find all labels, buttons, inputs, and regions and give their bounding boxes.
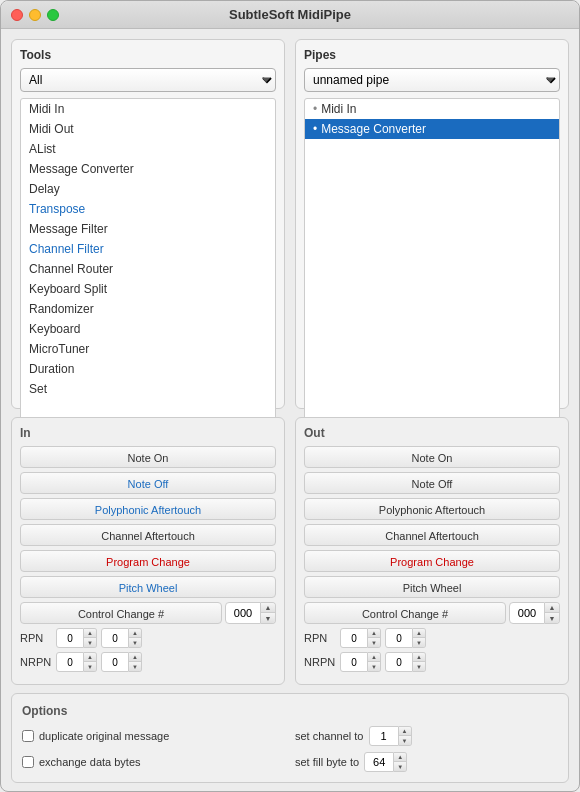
list-item[interactable]: Set — [21, 379, 275, 399]
out-note-off-button[interactable]: Note Off — [304, 472, 560, 494]
close-button[interactable] — [11, 9, 23, 21]
list-item[interactable]: • Message Converter — [305, 119, 559, 139]
out-nrpn-stepper1-up[interactable]: ▲ — [368, 653, 380, 662]
out-nrpn-stepper2: ▲ ▼ — [413, 652, 426, 672]
out-pitch-wheel-button[interactable]: Pitch Wheel — [304, 576, 560, 598]
in-nrpn-stepper1-up[interactable]: ▲ — [84, 653, 96, 662]
in-nrpn-label: NRPN — [20, 656, 52, 668]
in-nrpn-stepper2-down[interactable]: ▼ — [129, 662, 141, 671]
out-panel: Out Note On Note Off Polyphonic Aftertou… — [295, 417, 569, 685]
out-label: Out — [304, 426, 560, 440]
in-rpn-field1: ▲ ▼ — [56, 628, 97, 648]
in-rpn-stepper1-up[interactable]: ▲ — [84, 629, 96, 638]
in-rpn-input2[interactable] — [101, 628, 129, 648]
duplicate-option-row: duplicate original message — [22, 726, 285, 746]
out-channel-aftertouch-button[interactable]: Channel Aftertouch — [304, 524, 560, 546]
in-control-change-button[interactable]: Control Change # — [20, 602, 222, 624]
tools-dropdown[interactable]: All — [20, 68, 276, 92]
list-item[interactable]: Transpose — [21, 199, 275, 219]
in-nrpn-stepper2: ▲ ▼ — [129, 652, 142, 672]
in-note-off-button[interactable]: Note Off — [20, 472, 276, 494]
channel-number-field: ▲ ▼ — [369, 726, 412, 746]
in-channel-aftertouch-button[interactable]: Channel Aftertouch — [20, 524, 276, 546]
out-rpn-field1: ▲ ▼ — [340, 628, 381, 648]
out-nrpn-input2[interactable] — [385, 652, 413, 672]
fill-stepper-up[interactable]: ▲ — [394, 753, 406, 762]
out-cc-stepper: ▲ ▼ — [545, 602, 560, 624]
out-cc-input[interactable] — [509, 602, 545, 624]
out-nrpn-stepper2-down[interactable]: ▼ — [413, 662, 425, 671]
maximize-button[interactable] — [47, 9, 59, 21]
out-rpn-input2[interactable] — [385, 628, 413, 648]
in-rpn-stepper2-down[interactable]: ▼ — [129, 638, 141, 647]
out-note-on-button[interactable]: Note On — [304, 446, 560, 468]
duplicate-checkbox[interactable] — [22, 730, 34, 742]
out-nrpn-input1[interactable] — [340, 652, 368, 672]
list-item[interactable]: Channel Router — [21, 259, 275, 279]
out-control-change-button[interactable]: Control Change # — [304, 602, 506, 624]
list-item[interactable]: Duration — [21, 359, 275, 379]
in-note-on-button[interactable]: Note On — [20, 446, 276, 468]
list-item[interactable]: Midi Out — [21, 119, 275, 139]
in-pitch-wheel-button[interactable]: Pitch Wheel — [20, 576, 276, 598]
list-item[interactable]: Channel Filter — [21, 239, 275, 259]
channel-stepper-up[interactable]: ▲ — [399, 727, 411, 736]
pipes-dropdown[interactable]: unnamed pipe — [304, 68, 560, 92]
list-item[interactable]: Midi In — [21, 99, 275, 119]
exchange-checkbox[interactable] — [22, 756, 34, 768]
tools-list[interactable]: Midi In Midi Out AList Message Converter… — [20, 98, 276, 450]
out-rpn-stepper1-up[interactable]: ▲ — [368, 629, 380, 638]
pipes-list[interactable]: • Midi In • Message Converter — [304, 98, 560, 450]
in-nrpn-row: NRPN ▲ ▼ ▲ ▼ — [20, 652, 276, 672]
in-rpn-input1[interactable] — [56, 628, 84, 648]
list-item[interactable]: Message Filter — [21, 219, 275, 239]
fill-stepper: ▲ ▼ — [394, 752, 407, 772]
out-poly-aftertouch-button[interactable]: Polyphonic Aftertouch — [304, 498, 560, 520]
out-nrpn-stepper1-down[interactable]: ▼ — [368, 662, 380, 671]
list-item[interactable]: Delay — [21, 179, 275, 199]
pipes-dropdown-wrapper: unnamed pipe — [304, 68, 560, 92]
in-rpn-stepper1-down[interactable]: ▼ — [84, 638, 96, 647]
out-rpn-stepper2-up[interactable]: ▲ — [413, 629, 425, 638]
in-cc-input[interactable] — [225, 602, 261, 624]
out-cc-stepper-down[interactable]: ▼ — [545, 613, 559, 623]
minimize-button[interactable] — [29, 9, 41, 21]
out-cc-number-field: ▲ ▼ — [509, 602, 560, 624]
list-item[interactable]: Message Converter — [21, 159, 275, 179]
out-rpn-stepper2-down[interactable]: ▼ — [413, 638, 425, 647]
in-nrpn-input2[interactable] — [101, 652, 129, 672]
in-program-change-button[interactable]: Program Change — [20, 550, 276, 572]
list-item[interactable]: Randomizer — [21, 299, 275, 319]
tools-dropdown-wrapper: All — [20, 68, 276, 92]
options-label: Options — [22, 704, 558, 718]
out-rpn-input1[interactable] — [340, 628, 368, 648]
list-item[interactable]: Keyboard — [21, 319, 275, 339]
out-cc-stepper-up[interactable]: ▲ — [545, 603, 559, 613]
out-program-change-button[interactable]: Program Change — [304, 550, 560, 572]
in-nrpn-stepper1-down[interactable]: ▼ — [84, 662, 96, 671]
in-poly-aftertouch-button[interactable]: Polyphonic Aftertouch — [20, 498, 276, 520]
bullet-icon: • — [313, 102, 317, 116]
out-rpn-stepper1-down[interactable]: ▼ — [368, 638, 380, 647]
out-nrpn-field2: ▲ ▼ — [385, 652, 426, 672]
out-rpn-label: RPN — [304, 632, 336, 644]
out-nrpn-stepper2-up[interactable]: ▲ — [413, 653, 425, 662]
in-rpn-stepper2-up[interactable]: ▲ — [129, 629, 141, 638]
fill-input[interactable] — [364, 752, 394, 772]
in-label: In — [20, 426, 276, 440]
channel-stepper-down[interactable]: ▼ — [399, 736, 411, 745]
in-panel: In Note On Note Off Polyphonic Aftertouc… — [11, 417, 285, 685]
in-cc-stepper-down[interactable]: ▼ — [261, 613, 275, 623]
in-cc-stepper-up[interactable]: ▲ — [261, 603, 275, 613]
in-nrpn-input1[interactable] — [56, 652, 84, 672]
list-item[interactable]: • Midi In — [305, 99, 559, 119]
list-item[interactable]: MicroTuner — [21, 339, 275, 359]
fill-stepper-down[interactable]: ▼ — [394, 762, 406, 771]
channel-input[interactable] — [369, 726, 399, 746]
set-fill-row: set fill byte to ▲ ▼ — [295, 752, 558, 772]
tools-label: Tools — [20, 48, 276, 62]
in-nrpn-stepper2-up[interactable]: ▲ — [129, 653, 141, 662]
list-item[interactable]: AList — [21, 139, 275, 159]
list-item[interactable]: Keyboard Split — [21, 279, 275, 299]
channel-stepper: ▲ ▼ — [399, 726, 412, 746]
